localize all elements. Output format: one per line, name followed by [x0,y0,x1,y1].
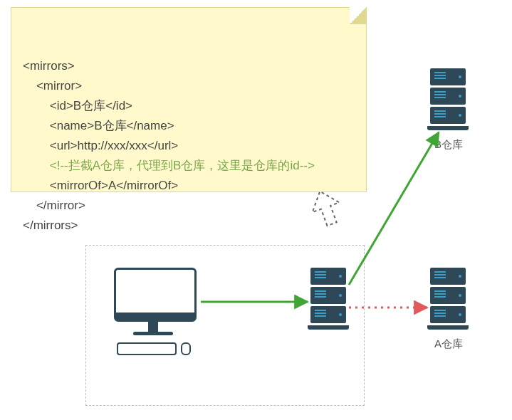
server-b-icon [430,68,466,130]
code-line: <mirrors> [23,59,75,73]
code-line: <mirror> [23,79,82,93]
code-line: <id>B仓库</id> [23,99,132,112]
code-line-comment: <!--拦截A仓库，代理到B仓库，这里是仓库的id--> [23,159,315,172]
client-workstation-icon [114,268,192,358]
code-line: <name>B仓库</name> [23,119,174,132]
diagram-canvas: <mirrors> <mirror> <id>B仓库</id> <name>B仓… [0,0,512,420]
code-line: </mirrors> [23,219,78,232]
server-a-label: A仓库 [427,337,470,351]
code-line: <url>http://xxx/xxx</url> [23,139,178,152]
code-line: <mirrorOf>A</mirrorOf> [23,179,178,192]
server-a-icon [430,268,466,330]
mirror-server-icon [310,268,346,330]
callout-arrow-icon [307,187,345,229]
xml-config-note: <mirrors> <mirror> <id>B仓库</id> <name>B仓… [11,7,367,192]
code-line: </mirror> [23,199,85,212]
note-fold-corner [350,7,367,24]
server-b-label: B仓库 [427,138,470,152]
